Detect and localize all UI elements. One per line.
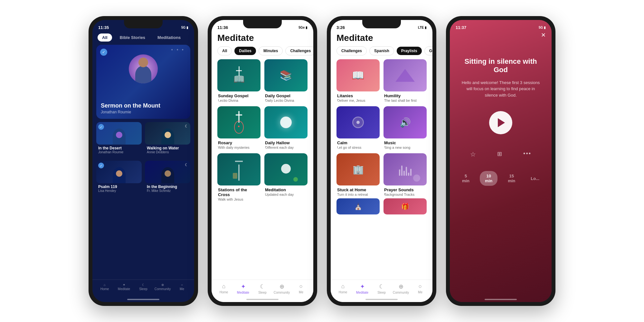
card-stuck-home[interactable]: 🏢 Stuck at Home Turn it into a retreat (336, 153, 380, 196)
play-button[interactable] (489, 111, 512, 134)
filter-all-2[interactable]: All (217, 46, 232, 55)
nav-community-label-1: Community (155, 287, 171, 291)
hero-card[interactable]: ✓ ✦ · ✦ · ✦ Sermon on the Mount Jonathan… (96, 45, 190, 119)
status-icons-1: 5G ▮ (181, 26, 188, 29)
card-rosary-text: Rosary With daily mysteries (217, 138, 260, 149)
community-icon-2: ⊕ (279, 283, 284, 290)
tab-meditations[interactable]: Meditations (153, 33, 185, 42)
card-litanies[interactable]: 📖 Litanies Deliver me, Jesus (336, 59, 380, 102)
card-stations[interactable]: Stations of the Cross Walk with Jesus (217, 153, 260, 201)
time-3: 3:26 (336, 25, 345, 30)
card-water[interactable]: ☾ Walking on Water Annie Deddens (145, 122, 190, 157)
nav-sleep-2[interactable]: ☾ Sleep (253, 283, 272, 294)
signal-3: LTE ▮ (418, 26, 427, 29)
filter-praylists-3[interactable]: Praylists (397, 47, 422, 55)
time-lo[interactable]: Lo... (526, 174, 545, 184)
filter-challenges-3[interactable]: Challenges (336, 46, 367, 55)
nav-home-2[interactable]: ⌂ Home (214, 283, 233, 294)
nav-home-3[interactable]: ⌂ Home (333, 283, 353, 294)
nav-meditate-label-3: Meditate (356, 291, 368, 294)
add-to-list-button[interactable]: ⊞ (497, 150, 502, 158)
filter-challenges-2[interactable]: Challenges (285, 46, 313, 55)
nav-community-1[interactable]: ⊕ Community (153, 283, 172, 291)
nav-sleep-label-1: Sleep (139, 287, 147, 291)
tab-all[interactable]: All (98, 33, 112, 42)
card-beginning-info: In the Beginning Fr. Mike Schmitz (145, 183, 190, 194)
status-icons-4: 5G ▮ (539, 26, 546, 29)
card-rosary-img (217, 106, 260, 138)
card-beginning[interactable]: ☾ In the Beginning Fr. Mike Schmitz (145, 161, 190, 196)
meditate-icon-3: ✦ (360, 283, 365, 290)
card-psalm-check: ✓ (98, 163, 104, 168)
home-indicator-2 (246, 299, 279, 300)
time-15min[interactable]: 15 min (503, 171, 520, 186)
nav-meditate-1[interactable]: ✦ Meditate (114, 283, 134, 291)
card-desert[interactable]: ✓ In the Desert Jonathan Roumie (96, 122, 142, 157)
filter-guests-3[interactable]: Guests (424, 46, 432, 55)
nav-home-1[interactable]: ⌂ Home (95, 283, 114, 291)
community-icon-3: ⊕ (399, 283, 403, 290)
card-music-text: Music Sing a new song (384, 138, 427, 149)
card-meditation[interactable]: Meditation Updated each day (264, 153, 308, 201)
meditate-header-3: Meditate (331, 32, 432, 46)
sleep-icon-3: ☾ (379, 283, 384, 290)
card-daily-gospel[interactable]: 📚 Daily Gospel Daily Lectio Divina (264, 59, 308, 102)
time-5min[interactable]: 5 min (457, 171, 475, 186)
nav-sleep-1[interactable]: ☾ Sleep (134, 283, 153, 291)
time-1: 11:35 (98, 25, 109, 30)
home-icon-2: ⌂ (222, 283, 226, 290)
notch-1 (124, 20, 163, 28)
filter-dailies-2[interactable]: Dailies (234, 47, 256, 55)
time-10min[interactable]: 10 min (480, 171, 497, 186)
card-humility-text: Humility The last shall be first (384, 91, 427, 102)
notch-2 (243, 20, 282, 28)
tab-bible[interactable]: Bible Stories (115, 33, 150, 42)
nav-community-3[interactable]: ⊕ Community (391, 283, 411, 294)
card-desert-check: ✓ (98, 124, 104, 130)
sleep-icon-1: ☾ (142, 283, 145, 287)
filter-spanish-3[interactable]: Spanish (369, 46, 394, 55)
filter-tabs-3: Challenges Spanish Praylists Guests (331, 46, 432, 59)
card-daily-hallow-img (264, 106, 308, 138)
card-psalm[interactable]: ✓ Psalm 119 Lisa Hendey (96, 161, 142, 196)
card-daily-hallow[interactable]: Daily Hallow Different each day (264, 106, 308, 149)
nav-me-3[interactable]: ○ Me (411, 283, 430, 294)
card-music[interactable]: 🔊 Music Sing a new song (384, 106, 427, 149)
bottom-nav-1: ⌂ Home ✦ Meditate ☾ Sleep ⊕ Community ○ … (92, 279, 194, 302)
play-triangle-icon (498, 118, 505, 127)
nav-me-1[interactable]: ○ Me (172, 283, 192, 291)
meditate-icon-2: ✦ (241, 283, 246, 290)
nav-sleep-label-3: Sleep (377, 291, 386, 294)
bottom-nav-3: ⌂ Home ✦ Meditate ☾ Sleep ⊕ Community ○ … (331, 279, 432, 302)
card-sunday-gospel[interactable]: 📖 Sunday Gospel Lectio Divina (217, 59, 260, 102)
time-options: 5 min 10 min 15 min Lo... (457, 171, 545, 186)
sleep-icon-2: ☾ (260, 283, 265, 290)
player-description: Hello and welcome! These first 3 session… (459, 80, 542, 99)
more-options-button[interactable]: ••• (523, 150, 531, 158)
nav-community-label-3: Community (393, 291, 409, 294)
nav-me-2[interactable]: ○ Me (291, 283, 311, 294)
home-indicator-1 (127, 299, 159, 300)
nav-community-2[interactable]: ⊕ Community (272, 283, 291, 294)
meditate-title-2: Meditate (217, 33, 308, 43)
nav-meditate-2[interactable]: ✦ Meditate (233, 283, 253, 294)
card-psalm-info: Psalm 119 Lisa Hendey (96, 183, 142, 194)
nav-meditate-label-2: Meditate (237, 291, 249, 294)
hero-checkmark: ✓ (100, 49, 107, 56)
nav-sleep-3[interactable]: ☾ Sleep (372, 283, 391, 294)
signal-2: 5Ge ▮ (298, 26, 308, 29)
nav-community-label-2: Community (274, 291, 290, 294)
card-daily-gospel-text: Daily Gospel Daily Lectio Divina (264, 91, 308, 102)
card-prayer-sounds[interactable]: Prayer Sounds Background Tracks (384, 153, 427, 196)
card-sunday-gospel-img: 📖 (217, 59, 260, 91)
phone-1: 11:35 5G ▮ All Bible Stories Meditations… (89, 16, 198, 306)
filter-minutes-2[interactable]: Minutes (259, 46, 283, 55)
card-rosary[interactable]: Rosary With daily mysteries (217, 106, 260, 149)
nav-meditate-3[interactable]: ✦ Meditate (353, 283, 372, 294)
card-humility[interactable]: Humility The last shall be first (384, 59, 427, 102)
card-stuck-home-text: Stuck at Home Turn it into a retreat (336, 185, 380, 196)
card-prayer-sounds-img (384, 153, 427, 185)
nav-home-label-3: Home (339, 290, 347, 294)
favorite-button[interactable]: ☆ (470, 150, 476, 158)
card-calm[interactable]: Calm Let go of stress (336, 106, 380, 149)
